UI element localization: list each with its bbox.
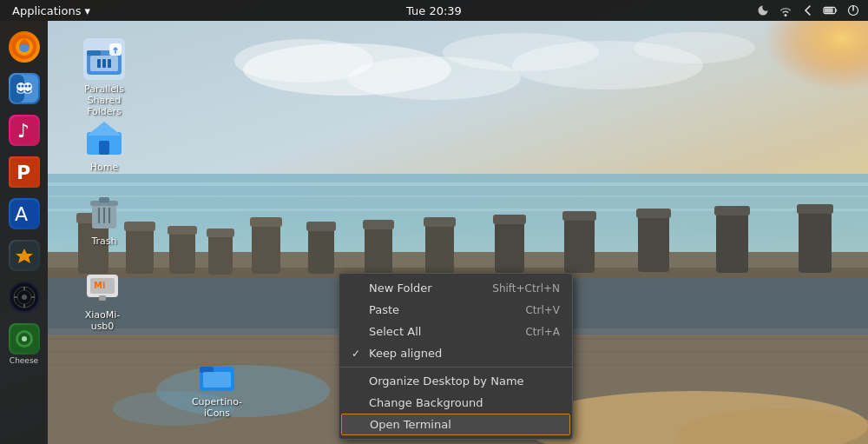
dock-label-cheese: Cheese bbox=[10, 356, 38, 366]
context-menu-organize[interactable]: Organize Desktop by Name bbox=[339, 370, 572, 392]
desktop-icon-parallels[interactable]: ParallelsSharedFolders bbox=[74, 38, 135, 118]
svg-rect-55 bbox=[825, 8, 833, 12]
power-icon[interactable] bbox=[845, 3, 861, 18]
svg-rect-113 bbox=[203, 372, 231, 388]
change-bg-label: Change Background bbox=[369, 396, 560, 409]
svg-rect-103 bbox=[99, 197, 109, 202]
svg-rect-110 bbox=[99, 295, 106, 301]
battery-icon[interactable] bbox=[823, 3, 838, 18]
organize-label: Organize Desktop by Name bbox=[369, 374, 560, 388]
new-folder-shortcut: Shift+Ctrl+N bbox=[492, 282, 560, 295]
context-menu: New Folder Shift+Ctrl+N Paste Ctrl+V Sel… bbox=[339, 273, 573, 440]
dock-item-settings[interactable] bbox=[3, 236, 46, 276]
svg-rect-96 bbox=[108, 59, 111, 68]
desktop-icon-trash[interactable]: Trash bbox=[74, 190, 135, 247]
desktop-icon-xiaomi-label: XiaoMi-usb0 bbox=[85, 309, 121, 332]
paste-shortcut: Ctrl+V bbox=[525, 304, 560, 316]
select-all-label: Select All bbox=[369, 325, 525, 338]
dock-item-appstore[interactable]: A bbox=[3, 195, 46, 235]
context-menu-select-all[interactable]: Select All Ctrl+A bbox=[339, 321, 572, 342]
svg-point-70 bbox=[28, 85, 30, 88]
svg-text:P: P bbox=[16, 162, 30, 183]
desktop-icon-parallels-label: ParallelsSharedFolders bbox=[84, 83, 124, 118]
svg-point-67 bbox=[17, 85, 20, 88]
svg-point-81 bbox=[22, 295, 27, 300]
svg-text:A: A bbox=[15, 203, 28, 225]
context-menu-new-folder[interactable]: New Folder Shift+Ctrl+N bbox=[339, 277, 572, 299]
night-mode-icon[interactable] bbox=[755, 3, 771, 18]
desktop-area: ParallelsSharedFolders Home bbox=[48, 21, 868, 444]
back-icon[interactable] bbox=[800, 3, 816, 18]
dock: ♪ P A bbox=[0, 21, 48, 444]
keep-aligned-label: Keep aligned bbox=[369, 347, 560, 360]
dock-item-music[interactable]: ♪ bbox=[3, 111, 46, 151]
desktop-icon-home[interactable]: Home bbox=[74, 116, 135, 173]
svg-point-68 bbox=[21, 85, 23, 88]
applications-label: Applications bbox=[12, 4, 81, 17]
check-keep-aligned: ✓ bbox=[352, 348, 365, 360]
desktop-icon-cupertino[interactable]: Cupertino-iCons bbox=[187, 351, 247, 419]
svg-rect-54 bbox=[835, 9, 837, 12]
desktop-icon-cupertino-label: Cupertino-iCons bbox=[192, 396, 242, 419]
wifi-icon[interactable] bbox=[778, 3, 793, 18]
panel-left: Applications ▾ bbox=[7, 3, 95, 19]
svg-text:♪: ♪ bbox=[17, 120, 30, 142]
applications-menu[interactable]: Applications ▾ bbox=[7, 3, 95, 19]
dock-item-presentation[interactable]: P bbox=[3, 153, 46, 193]
svg-point-69 bbox=[24, 85, 27, 88]
dock-item-finder[interactable] bbox=[3, 70, 46, 109]
svg-point-89 bbox=[22, 336, 27, 341]
desktop-icon-xiaomi[interactable]: Mi XiaoMi-usb0 bbox=[72, 264, 133, 332]
panel-right bbox=[755, 3, 861, 18]
svg-marker-99 bbox=[87, 122, 122, 136]
svg-rect-100 bbox=[99, 141, 109, 155]
context-menu-open-terminal[interactable]: Open Terminal bbox=[341, 414, 570, 435]
new-folder-label: New Folder bbox=[369, 282, 492, 295]
context-menu-change-bg[interactable]: Change Background bbox=[339, 392, 572, 414]
context-menu-keep-aligned[interactable]: ✓ Keep aligned bbox=[339, 342, 572, 364]
svg-rect-94 bbox=[97, 59, 101, 68]
open-terminal-label: Open Terminal bbox=[370, 418, 559, 431]
svg-rect-112 bbox=[200, 367, 214, 373]
menu-separator-1 bbox=[339, 367, 572, 368]
desktop-icon-trash-label: Trash bbox=[91, 235, 116, 247]
dock-item-system[interactable] bbox=[3, 278, 46, 318]
paste-label: Paste bbox=[369, 303, 525, 316]
svg-point-66 bbox=[23, 89, 32, 94]
svg-text:Mi: Mi bbox=[94, 281, 105, 290]
select-all-shortcut: Ctrl+A bbox=[525, 326, 560, 338]
context-menu-paste[interactable]: Paste Ctrl+V bbox=[339, 299, 572, 321]
dock-item-firefox[interactable] bbox=[3, 28, 46, 68]
svg-rect-95 bbox=[102, 59, 106, 68]
desktop-icon-home-label: Home bbox=[90, 162, 118, 173]
dock-item-cheese[interactable]: Cheese bbox=[3, 320, 46, 369]
svg-rect-92 bbox=[87, 50, 101, 56]
panel-clock: Tue 20:39 bbox=[406, 4, 462, 17]
applications-arrow: ▾ bbox=[84, 4, 90, 17]
